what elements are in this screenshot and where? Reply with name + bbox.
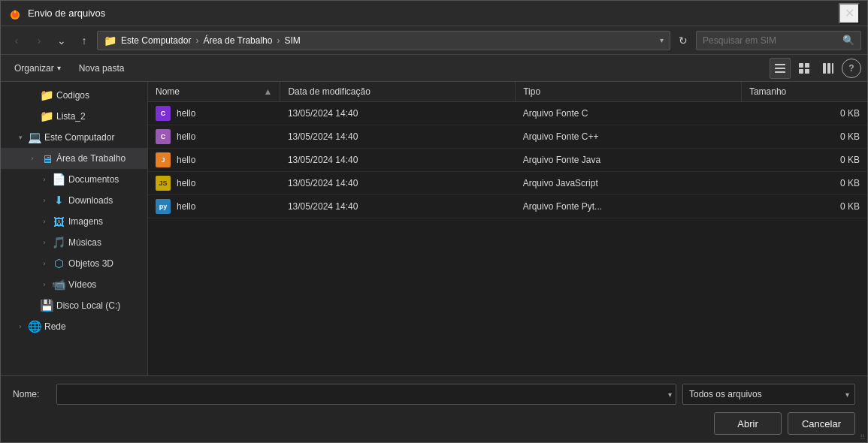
title-bar: Envio de arquivos ✕ <box>1 1 867 26</box>
view-details-icon <box>774 62 786 74</box>
file-modified-2: 13/05/2024 14:40 <box>280 149 516 172</box>
path-dropdown-icon: ▾ <box>660 36 664 44</box>
forward-button[interactable]: › <box>29 31 49 50</box>
filename-label: Nome: <box>13 389 50 399</box>
sidebar-label-rede: Rede <box>44 321 141 332</box>
sidebar-label-downloads: Downloads <box>68 195 141 206</box>
file-type-3: Arquivo JavaScript <box>516 172 742 195</box>
view-details-button[interactable] <box>770 58 791 79</box>
chevron-videos: › <box>40 281 49 288</box>
col-header-name[interactable]: Nome ▲ <box>148 82 280 102</box>
file-name-cell-0: C hello <box>148 102 280 125</box>
file-name-1: hello <box>177 131 195 142</box>
file-list[interactable]: Nome ▲ Data de modificação Tipo Tamanho <box>148 82 867 375</box>
organize-chevron: ▾ <box>57 64 61 72</box>
table-row[interactable]: JS hello 13/05/2024 14:40 Arquivo JavaSc… <box>148 172 867 195</box>
main-content: 📁 Codigos 📁 Lista_2 ▾ 💻 Este Computador … <box>1 82 867 375</box>
table-header-row: Nome ▲ Data de modificação Tipo Tamanho <box>148 82 867 102</box>
sidebar-item-objetos3d[interactable]: › ⬡ Objetos 3D <box>1 253 147 274</box>
sidebar-item-rede[interactable]: › 🌐 Rede <box>1 316 147 337</box>
sidebar-item-downloads[interactable]: › ⬇ Downloads <box>1 190 147 211</box>
file-type-4: Arquivo Fonte Pyt... <box>516 195 742 218</box>
search-input[interactable] <box>703 35 838 46</box>
desktop-icon: 🖥 <box>40 152 53 165</box>
cancel-button[interactable]: Cancelar <box>788 412 855 435</box>
file-tbody: C hello 13/05/2024 14:40 Arquivo Fonte C… <box>148 102 867 218</box>
imagens-icon: 🖼 <box>52 215 65 228</box>
address-path[interactable]: 📁 Este Computador › Área de Trabalho › S… <box>97 31 670 50</box>
new-folder-button[interactable]: Nova pasta <box>71 58 132 79</box>
sidebar-item-musicas[interactable]: › 🎵 Músicas <box>1 232 147 253</box>
file-modified-4: 13/05/2024 14:40 <box>280 195 516 218</box>
refresh-button[interactable]: ↻ <box>673 31 693 50</box>
col-header-size[interactable]: Tamanho <box>741 82 867 102</box>
new-folder-label: Nova pasta <box>79 63 125 74</box>
svg-rect-6 <box>805 63 809 68</box>
file-type-icon-0: C <box>156 106 171 121</box>
file-size-4: 0 KB <box>741 195 867 218</box>
filename-input[interactable] <box>56 384 676 405</box>
svg-rect-7 <box>799 69 803 74</box>
path-sep-2: › <box>277 35 280 46</box>
file-table: Nome ▲ Data de modificação Tipo Tamanho <box>148 82 867 218</box>
disco-local-icon: 💾 <box>40 299 53 312</box>
up-list-button[interactable]: ⌄ <box>52 31 71 50</box>
sidebar-item-imagens[interactable]: › 🖼 Imagens <box>1 211 147 232</box>
view-dropdown-button[interactable] <box>794 58 815 79</box>
sidebar-item-lista2[interactable]: 📁 Lista_2 <box>1 106 147 127</box>
col-header-modified[interactable]: Data de modificação <box>280 82 516 102</box>
search-icon: 🔍 <box>842 35 854 46</box>
sidebar-item-codigos[interactable]: 📁 Codigos <box>1 85 147 106</box>
svg-rect-11 <box>832 63 833 74</box>
view-tiles-button[interactable] <box>818 58 839 79</box>
view-tiles-icon <box>822 62 834 74</box>
file-modified-0: 13/05/2024 14:40 <box>280 102 516 125</box>
resize-handle[interactable]: ⠿ <box>857 432 867 442</box>
file-type-icon-3: JS <box>156 176 171 191</box>
chevron-area-trabalho: › <box>28 155 37 162</box>
table-row[interactable]: C hello 13/05/2024 14:40 Arquivo Fonte C… <box>148 102 867 125</box>
sidebar-label-musicas: Músicas <box>68 237 141 248</box>
sidebar-label-imagens: Imagens <box>68 216 141 227</box>
search-box[interactable]: 🔍 <box>696 31 861 50</box>
sidebar-label-disco-local: Disco Local (C:) <box>56 300 141 311</box>
sidebar-item-area-trabalho[interactable]: › 🖥 Área de Trabalho <box>1 148 147 169</box>
filetype-wrap: Todos os arquivos <box>682 384 855 405</box>
table-row[interactable]: C hello 13/05/2024 14:40 Arquivo Fonte C… <box>148 125 867 149</box>
sidebar-item-videos[interactable]: › 📹 Vídeos <box>1 274 147 295</box>
file-type-icon-1: C <box>156 129 171 144</box>
up-button[interactable]: ↑ <box>74 31 94 50</box>
sidebar-label-lista2: Lista_2 <box>56 111 141 122</box>
svg-rect-9 <box>823 63 826 74</box>
svg-rect-4 <box>775 71 785 73</box>
rede-icon: 🌐 <box>28 320 41 333</box>
sidebar-item-disco-local[interactable]: 💾 Disco Local (C:) <box>1 295 147 316</box>
sidebar-label-este-computador: Este Computador <box>44 132 141 143</box>
back-button[interactable]: ‹ <box>7 31 26 50</box>
svg-rect-5 <box>799 63 803 68</box>
file-size-0: 0 KB <box>741 102 867 125</box>
file-type-icon-2: J <box>156 152 171 167</box>
filetype-select[interactable]: Todos os arquivos <box>682 384 855 405</box>
videos-icon: 📹 <box>52 278 65 291</box>
open-button[interactable]: Abrir <box>714 412 782 435</box>
close-button[interactable]: ✕ <box>839 3 860 24</box>
table-row[interactable]: J hello 13/05/2024 14:40 Arquivo Fonte J… <box>148 149 867 172</box>
svg-rect-3 <box>775 68 785 69</box>
svg-rect-8 <box>805 69 809 74</box>
sort-arrow-name: ▲ <box>264 86 273 97</box>
sidebar-item-este-computador[interactable]: ▾ 💻 Este Computador <box>1 127 147 148</box>
folder-icon-lista2: 📁 <box>40 110 53 123</box>
organize-button[interactable]: Organizar ▾ <box>7 58 68 79</box>
file-size-3: 0 KB <box>741 172 867 195</box>
dialog-title: Envio de arquivos <box>28 8 839 19</box>
address-bar: ‹ › ⌄ ↑ 📁 Este Computador › Área de Trab… <box>1 26 867 55</box>
toolbar: Organizar ▾ Nova pasta <box>1 55 867 82</box>
help-button[interactable]: ? <box>842 59 861 78</box>
file-modified-1: 13/05/2024 14:40 <box>280 125 516 149</box>
file-type-2: Arquivo Fonte Java <box>516 149 742 172</box>
sidebar-item-documentos[interactable]: › 📄 Documentos <box>1 169 147 190</box>
chevron-objetos3d: › <box>40 260 49 267</box>
table-row[interactable]: py hello 13/05/2024 14:40 Arquivo Fonte … <box>148 195 867 218</box>
col-header-type[interactable]: Tipo <box>516 82 742 102</box>
